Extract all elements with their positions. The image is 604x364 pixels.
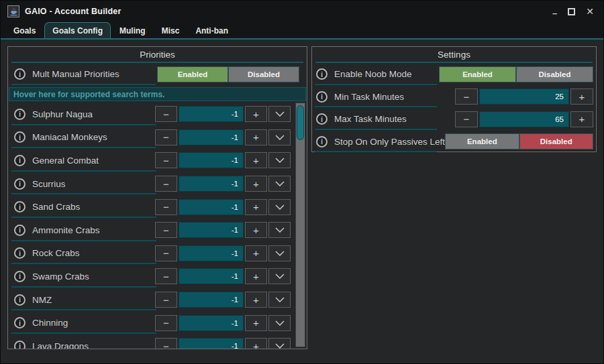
chevron-down-icon[interactable]: [268, 106, 291, 122]
increment-button[interactable]: +: [570, 88, 593, 105]
info-icon[interactable]: i: [316, 113, 328, 125]
disabled-button[interactable]: Disabled: [519, 133, 593, 149]
decrement-button[interactable]: −: [155, 315, 177, 331]
min-task-minutes-row: i Min Task Minutes − 25 +: [312, 86, 596, 109]
info-icon[interactable]: i: [14, 109, 26, 120]
disabled-button[interactable]: Disabled: [516, 66, 593, 82]
info-icon[interactable]: i: [14, 294, 26, 306]
increment-button[interactable]: +: [245, 222, 267, 238]
priorities-panel: Priorities i Mult Manual Priorities Enab…: [7, 46, 307, 349]
info-icon[interactable]: i: [14, 178, 26, 190]
coffee-cup-icon: [9, 7, 18, 16]
info-icon[interactable]: i: [14, 201, 26, 213]
disabled-button[interactable]: Disabled: [228, 66, 299, 82]
tab-misc[interactable]: Misc: [154, 23, 187, 38]
tab-anti-ban[interactable]: Anti-ban: [188, 23, 236, 38]
enabled-button[interactable]: Enabled: [445, 133, 519, 149]
enabled-button[interactable]: Enabled: [157, 66, 228, 82]
decrement-button[interactable]: −: [155, 292, 177, 308]
priority-row: i Rock Crabs − -1 +: [8, 242, 307, 265]
min-task-minutes-field[interactable]: 25: [479, 88, 569, 105]
increment-button[interactable]: +: [245, 292, 267, 308]
priority-label: Lava Dragons: [32, 341, 89, 349]
decrement-button[interactable]: −: [155, 199, 177, 215]
chevron-down-icon[interactable]: [268, 129, 291, 145]
increment-button[interactable]: +: [245, 176, 267, 192]
decrement-button[interactable]: −: [455, 111, 478, 127]
priority-value-field[interactable]: -1: [179, 245, 244, 261]
tab-goals-config[interactable]: Goals Config: [44, 22, 111, 38]
chevron-down-icon[interactable]: [268, 245, 291, 261]
decrement-button[interactable]: −: [155, 152, 177, 168]
tab-muling[interactable]: Muling: [112, 23, 153, 38]
priority-value-field[interactable]: -1: [179, 129, 244, 145]
increment-button[interactable]: +: [245, 152, 267, 168]
increment-button[interactable]: +: [245, 199, 267, 215]
chevron-down-icon[interactable]: [268, 268, 291, 284]
scrollbar[interactable]: [295, 103, 305, 347]
priority-label: Maniacal Monkeys: [32, 132, 107, 142]
enabled-button[interactable]: Enabled: [439, 66, 516, 82]
decrement-button[interactable]: −: [155, 222, 177, 238]
increment-button[interactable]: +: [245, 129, 267, 145]
decrement-button[interactable]: −: [455, 88, 478, 105]
decrement-button[interactable]: −: [155, 338, 177, 349]
info-icon[interactable]: i: [14, 317, 26, 328]
close-icon[interactable]: ✕: [586, 7, 594, 16]
minimize-icon[interactable]: –: [552, 9, 557, 17]
priority-row: i Swamp Crabs − -1 +: [8, 265, 307, 288]
priority-row: i General Combat − -1 +: [8, 149, 307, 172]
chevron-down-icon[interactable]: [268, 152, 291, 168]
tab-goals[interactable]: Goals: [6, 23, 43, 38]
priority-value-field[interactable]: -1: [179, 268, 244, 284]
max-task-minutes-field[interactable]: 65: [479, 111, 569, 127]
increment-button[interactable]: +: [245, 338, 267, 349]
chevron-down-icon[interactable]: [268, 176, 291, 192]
decrement-button[interactable]: −: [155, 245, 177, 261]
increment-button[interactable]: +: [245, 245, 267, 261]
settings-panel: Settings i Enable Noob Mode Enabled Disa…: [311, 46, 597, 152]
increment-button[interactable]: +: [245, 315, 267, 331]
priorities-list: i Sulphur Nagua − -1 + i: [8, 101, 307, 349]
chevron-down-icon[interactable]: [268, 315, 291, 331]
priority-label: Swamp Crabs: [32, 271, 89, 282]
info-icon[interactable]: i: [14, 131, 26, 143]
chevron-down-icon[interactable]: [268, 338, 291, 349]
info-icon[interactable]: i: [14, 271, 26, 282]
chevron-down-icon[interactable]: [268, 199, 291, 215]
maximize-icon[interactable]: [568, 8, 575, 15]
chevron-down-icon[interactable]: [268, 222, 291, 238]
increment-button[interactable]: +: [570, 111, 593, 127]
info-icon[interactable]: i: [14, 225, 26, 236]
priority-value-field[interactable]: -1: [179, 338, 244, 349]
decrement-button[interactable]: −: [155, 129, 177, 145]
priority-label: Rock Crabs: [32, 248, 80, 258]
search-terms-hint-banner[interactable]: Hover here for supported search terms.: [9, 87, 306, 101]
info-icon[interactable]: i: [316, 68, 328, 80]
priority-value-field[interactable]: -1: [179, 222, 244, 238]
info-icon[interactable]: i: [316, 136, 328, 147]
decrement-button[interactable]: −: [155, 268, 177, 284]
priority-row: i Scurrius − -1 +: [8, 172, 307, 196]
priority-row: i Lava Dragons − -1 +: [8, 335, 307, 349]
decrement-button[interactable]: −: [155, 106, 177, 122]
scrollbar-thumb[interactable]: [297, 105, 304, 140]
priority-row: i NMZ − -1 +: [8, 288, 307, 312]
priority-value-field[interactable]: -1: [179, 315, 244, 331]
info-icon[interactable]: i: [316, 91, 328, 103]
info-icon[interactable]: i: [14, 341, 26, 349]
priority-value-field[interactable]: -1: [179, 152, 244, 168]
priority-label: NMZ: [32, 295, 52, 305]
priority-row: i Ammonite Crabs − -1 +: [8, 219, 307, 242]
chevron-down-icon[interactable]: [268, 292, 291, 308]
increment-button[interactable]: +: [245, 106, 267, 122]
priority-value-field[interactable]: -1: [179, 176, 244, 192]
increment-button[interactable]: +: [245, 268, 267, 284]
decrement-button[interactable]: −: [155, 176, 177, 192]
info-icon[interactable]: i: [14, 68, 26, 80]
priority-value-field[interactable]: -1: [179, 292, 244, 308]
info-icon[interactable]: i: [14, 247, 26, 259]
info-icon[interactable]: i: [14, 155, 26, 166]
priority-value-field[interactable]: -1: [179, 199, 244, 215]
priority-value-field[interactable]: -1: [179, 106, 244, 122]
